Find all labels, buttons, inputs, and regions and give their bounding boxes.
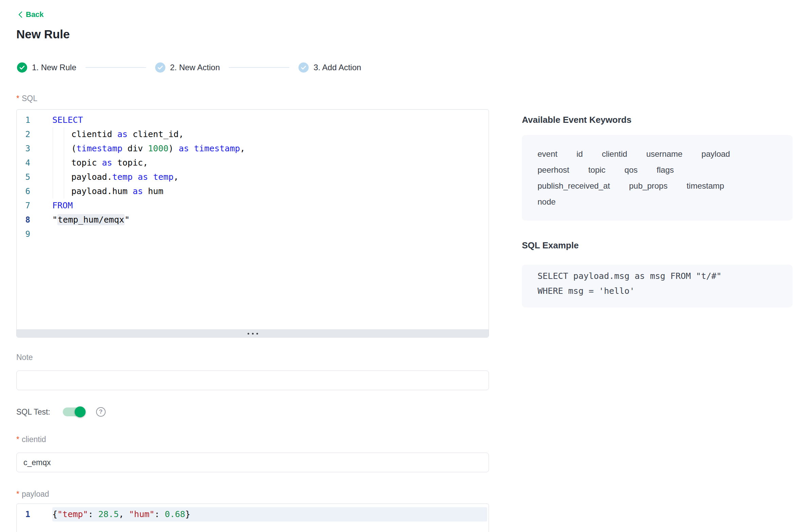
event-keywords-box: event id clientid username payload peerh… [522,135,793,221]
sql-editor[interactable]: 1 SELECT 2 clientid as client_id, 3 (tim… [16,109,489,338]
page-title: New Rule [16,27,70,41]
code-line: 7 FROM [17,198,489,213]
code-line: 5 payload.temp as temp, [17,170,489,184]
available-event-keywords-title: Available Event Keywords [522,114,793,126]
sql-test-label: SQL Test: [16,407,50,417]
keyword: node [538,198,556,206]
chevron-left-icon [18,11,23,18]
code-line: 6 payload.hum as hum [17,184,489,198]
step-2-check-icon [155,62,165,73]
code-line: 9 [17,227,489,241]
step-divider [229,67,289,68]
payload-editor[interactable]: 1 {"temp": 28.5, "hum": 0.68} [16,504,489,532]
keyword: peerhost [538,166,569,174]
step-3-check-icon [298,62,309,73]
code-line: 2 clientid as client_id, [17,127,489,141]
keyword: payload [702,150,730,158]
required-mark: * [16,435,19,444]
step-divider [86,67,146,68]
sql-example-title: SQL Example [522,240,793,251]
step-1-new-rule[interactable]: 1. New Rule [17,62,76,73]
ellipsis-icon [252,333,254,335]
code-line-active: 1 {"temp": 28.5, "hum": 0.68} [17,507,489,521]
note-field-label: Note [16,353,33,362]
sql-test-row: SQL Test: ? [16,406,106,417]
keyword: publish_received_at [538,182,610,190]
keyword: flags [657,166,674,174]
clientid-input[interactable] [16,453,489,472]
ellipsis-icon [248,333,249,335]
sql-field-label: *SQL [16,94,37,103]
help-icon[interactable]: ? [96,407,106,417]
required-mark: * [16,490,19,498]
required-mark: * [16,94,19,103]
payload-field-label: *payload [16,490,49,498]
code-line: 4 topic as topic, [17,156,489,170]
keyword: qos [624,166,638,174]
matched-string-highlight: temp_hum/emqx [57,214,125,225]
code-line: 3 (timestamp div 1000) as timestamp, [17,141,489,156]
toggle-knob [75,406,86,417]
keyword: event [538,150,558,158]
sql-example-box: SELECT payload.msg as msg FROM "t/#" WHE… [522,265,793,307]
step-3-label: 3. Add Action [313,63,361,72]
code-line: 1 SELECT [17,113,489,127]
sql-example-line: SELECT payload.msg as msg FROM "t/#" [538,269,777,284]
note-input[interactable] [16,370,489,390]
keyword: topic [588,166,605,174]
editor-resize-handle[interactable] [17,329,489,337]
indent-guide [53,127,53,198]
keyword: id [577,150,583,158]
keyword: clientid [602,150,627,158]
step-2-label: 2. New Action [170,63,220,72]
clientid-field-label: *clientid [16,435,46,444]
back-label: Back [26,10,44,19]
ellipsis-icon [256,333,258,335]
step-3-add-action[interactable]: 3. Add Action [298,62,361,73]
back-link[interactable]: Back [18,10,44,19]
keyword: username [646,150,683,158]
keyword: timestamp [687,182,724,190]
code-line-active: 8 "temp_hum/emqx" [17,213,489,227]
sql-example-line: WHERE msg = 'hello' [538,284,777,299]
step-1-check-icon [17,62,27,73]
sql-test-toggle[interactable] [63,407,85,416]
step-2-new-action[interactable]: 2. New Action [155,62,220,73]
stepper: 1. New Rule 2. New Action 3. Add Action [17,62,361,73]
indent-guide [64,127,64,198]
step-1-label: 1. New Rule [32,63,76,72]
keyword: pub_props [629,182,667,190]
new-rule-page: Back New Rule 1. New Rule 2. New Action … [0,0,800,532]
